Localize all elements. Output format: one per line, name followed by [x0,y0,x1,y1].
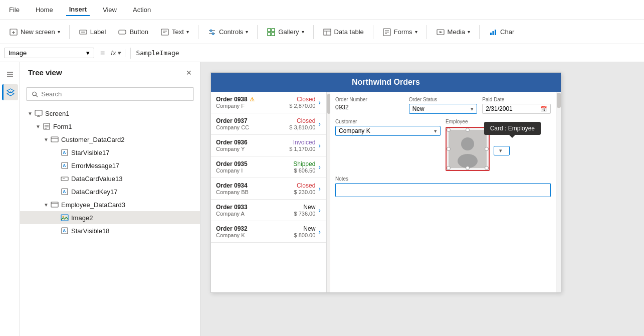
screen-icon [34,109,43,118]
media-chevron: ▾ [468,29,470,35]
order-num-0935: Order 0935 [216,160,293,167]
layers-icon[interactable] [2,84,18,100]
search-box[interactable] [26,87,194,101]
resize-handle-b[interactable] [466,166,470,170]
scroll-thumb[interactable] [327,94,330,114]
data-table-button[interactable]: Data table [318,25,369,39]
order-row-0937[interactable]: Order 0937 Company CC Closed $ 3,810.00 … [211,113,326,135]
resize-handle-t[interactable] [466,128,470,132]
tree-label-starvisible17: StarVisible17 [71,149,109,156]
tree-item-image2[interactable]: Image2 [20,211,200,224]
svg-rect-17 [324,29,331,35]
paid-date-text: 2/31/2001 [486,105,512,112]
menu-insert[interactable]: Insert [66,4,90,16]
resize-handle-l[interactable] [447,147,451,151]
tree-item-customer-datacard2[interactable]: ▼ Customer_DataCard2 [20,133,200,146]
image-icon-image2 [60,213,69,222]
tree-arrow-employee-datacard3[interactable]: ▼ [42,201,50,209]
svg-rect-50 [51,202,58,207]
tree-item-starvisible18[interactable]: StarVisible18 [20,224,200,237]
detail-scroll-thumb[interactable] [557,93,561,108]
button-button[interactable]: Button [113,25,153,39]
tree-close-button[interactable]: ✕ [186,69,192,77]
menu-home[interactable]: Home [33,4,56,16]
media-label: Media [448,28,465,36]
tree-item-form1[interactable]: ▼ Form1 [20,120,200,133]
order-row-0933[interactable]: Order 0933 Company A New $ 736.00 › [211,200,326,221]
order-row-0935[interactable]: Order 0935 Company I Shipped $ 606.50 › [211,156,326,178]
svg-rect-36 [35,110,42,115]
order-company-0934: Company BB [216,189,294,195]
tree-arrow-customer-datacard2[interactable]: ▼ [42,135,50,143]
text-button[interactable]: Text ▾ [155,25,194,39]
label-label: Label [90,28,106,36]
order-amount-0934: $ 230.00 [294,189,316,195]
svg-rect-43 [51,137,58,142]
list-scrollbar[interactable] [326,92,330,292]
formula-selector[interactable]: Image ▾ [4,48,94,58]
formula-fx-area[interactable]: fx ▾ [111,49,125,57]
order-row-0932[interactable]: Order 0932 Company K New $ 800.00 › [211,221,326,243]
input-icon-datacardvalue13 [60,174,69,183]
customer-select[interactable]: Company K ▾ [335,126,441,136]
order-num-0936: Order 0936 [216,139,289,146]
tree-arrow-datacardkey17-empty [52,188,60,196]
label-button[interactable]: Label [74,25,111,39]
menu-file[interactable]: File [6,4,23,16]
formula-input[interactable] [136,49,640,57]
svg-rect-26 [490,33,492,35]
paid-date-value[interactable]: 2/31/2001 📅 [482,104,551,114]
tree-search-area [20,83,200,105]
tree-item-employee-datacard3[interactable]: ▼ Employee_DataCard3 [20,198,200,211]
tree-item-errormessage17[interactable]: ErrorMessage17 [20,159,200,172]
order-status-select[interactable]: New ▾ [409,104,478,114]
notes-input[interactable] [335,183,551,197]
resize-handle-tl[interactable] [447,128,451,132]
tree-arrow-datacardvalue13-empty [52,175,60,183]
menu-view[interactable]: View [100,4,120,16]
tree-item-starvisible17[interactable]: StarVisible17 [20,146,200,159]
tree-title: Tree view [28,68,62,77]
order-right-0932: New $ 800.00 [294,225,316,238]
employee-card[interactable] [446,127,490,171]
canvas-area: Northwind Orders Order 0938 ⚠ Company F [200,62,644,336]
app-body: Order 0938 ⚠ Company F Closed $ 2,870.00… [211,92,561,292]
tree-arrow-form1[interactable]: ▼ [34,122,42,130]
gallery-button[interactable]: Gallery ▾ [262,25,309,39]
order-chevron-0935: › [318,163,321,171]
order-status-dd-arrow: ▾ [471,106,474,112]
charts-label: Char [500,28,514,36]
menu-action[interactable]: Action [130,4,154,16]
detail-scrollbar[interactable] [556,92,561,292]
controls-chevron: ▾ [246,29,248,35]
text-label: Text [172,28,184,36]
order-chevron-0936: › [318,141,321,149]
tree-arrow-screen1[interactable]: ▼ [26,109,34,117]
edit-icon-errormessage17 [60,161,69,170]
toolbar-sep-3 [257,25,258,39]
search-input[interactable] [41,90,188,98]
svg-rect-13 [268,29,271,32]
resize-handle-br[interactable] [485,166,489,170]
resize-handle-bl[interactable] [447,166,451,170]
new-screen-button[interactable]: New screen ▾ [4,25,65,39]
tree-item-datacardkey17[interactable]: DataCardKey17 [20,185,200,198]
hamburger-icon[interactable] [2,66,18,82]
charts-button[interactable]: Char [484,25,519,39]
tree-item-datacardvalue13[interactable]: DataCardValue13 [20,172,200,185]
tree-arrow-image2-empty [52,214,60,222]
employee-dropdown[interactable]: ▾ [494,146,510,155]
toolbar-sep-6 [426,25,427,39]
controls-button[interactable]: Controls ▾ [202,25,253,39]
order-company-0936: Company Y [216,146,289,152]
order-row-0938[interactable]: Order 0938 ⚠ Company F Closed $ 2,870.00… [211,92,326,113]
resize-handle-r[interactable] [485,147,489,151]
order-row-0934[interactable]: Order 0934 Company BB Closed $ 230.00 › [211,178,326,200]
forms-button[interactable]: Forms ▾ [377,25,422,39]
employee-image-svg [449,130,487,168]
media-button[interactable]: Media ▾ [431,25,475,39]
media-icon [436,28,445,37]
tree-item-screen1[interactable]: ▼ Screen1 [20,107,200,120]
svg-marker-25 [440,31,443,33]
order-row-0936[interactable]: Order 0936 Company Y Invoiced $ 1,170.00… [211,135,326,156]
